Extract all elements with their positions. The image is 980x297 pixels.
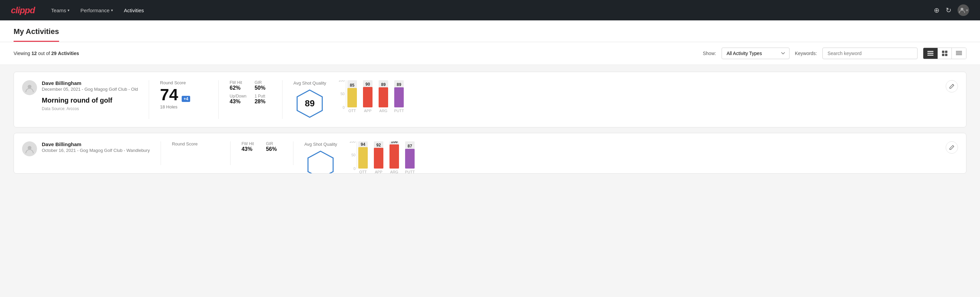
hexagon-container: 89 [293,88,326,119]
svg-text:50: 50 [340,92,344,96]
svg-text:PUTT: PUTT [405,170,415,174]
updown-block: Up/Down 43% [229,94,246,105]
show-label: Show: [703,51,716,56]
shot-quality-content: Avg Shot Quality [304,142,337,174]
page-title: My Activities [14,27,59,42]
svg-text:106: 106 [391,141,398,144]
viewing-text: Viewing 12 out of 29 Activities [14,51,697,56]
svg-text:0: 0 [353,166,356,171]
card-user-name: Dave Billingham [42,141,150,147]
svg-rect-11 [956,55,962,55]
svg-rect-5 [945,51,947,53]
user-avatar-nav[interactable]: ▾ [958,5,969,16]
card-user-info: Dave Billingham October 16, 2021 - Gog M… [22,141,150,156]
svg-rect-19 [347,88,357,107]
activities-list: Dave Billingham December 05, 2021 - Gog … [0,65,980,180]
divider-2 [218,80,219,119]
svg-text:PUTT: PUTT [394,109,404,113]
activity-type-select[interactable]: All Activity Types [722,48,789,59]
svg-text:100: 100 [338,80,344,82]
one-putt-block: 1 Putt 28% [255,94,271,105]
card-user-details: Dave Billingham October 16, 2021 - Gog M… [42,141,150,153]
shot-quality-section: Avg Shot Quality 89 100 50 0 85OTT90APP8… [293,80,935,119]
svg-rect-7 [945,54,947,56]
svg-rect-9 [956,52,962,53]
svg-rect-41 [358,147,368,169]
svg-text:87: 87 [407,144,412,148]
bar-chart: 100 50 0 94OTT92APP106ARG87PUTT [348,141,424,174]
stats-grid: FW Hit 62% GIR 50% Up/Down 43% 1 Putt 28… [229,80,271,105]
user-avatar [22,141,37,156]
keyword-input[interactable] [822,48,918,59]
refresh-icon[interactable]: ↻ [946,6,951,14]
shot-quality-section: Avg Shot Quality 100 50 0 94OTT92APP106A… [304,141,935,174]
round-score-section: Round Score 74 +4 18 Holes [160,80,207,109]
grid-view-button[interactable] [938,48,952,59]
compact-view-button[interactable] [952,48,966,59]
nav-right-actions: ⊕ ↻ ▾ [934,5,969,16]
round-score-label: Round Score [160,80,207,85]
svg-text:ARG: ARG [390,170,398,174]
bar-chart-svg: 100 50 0 94OTT92APP106ARG87PUTT [348,141,424,174]
add-icon[interactable]: ⊕ [934,6,940,14]
score-badge: +4 [182,96,191,102]
bar-chart-svg: 100 50 0 85OTT90APP89ARG89PUTT [337,80,413,118]
bar-chart: 100 50 0 85OTT90APP89ARG89PUTT [337,80,413,119]
svg-point-12 [28,85,32,89]
fw-hit-block: FW Hit 43% [242,141,258,152]
svg-text:85: 85 [350,83,355,88]
card-edit-button[interactable] [946,141,958,153]
nav-activities[interactable]: Activities [124,6,144,14]
svg-point-34 [28,146,32,150]
svg-text:OTT: OTT [359,170,367,174]
svg-marker-35 [308,151,333,174]
card-date: October 16, 2021 - Gog Magog Golf Club -… [42,148,150,153]
holes-value: 18 Holes [160,104,207,109]
navbar: clippd Teams ▾ Performance ▾ Activities … [0,0,980,21]
svg-rect-6 [942,54,944,56]
svg-text:89: 89 [381,82,386,87]
gir-block: GIR 50% [255,80,271,91]
svg-rect-2 [928,53,934,54]
hexagon: 89 [294,88,325,119]
svg-rect-45 [374,148,383,169]
divider-1 [161,141,161,165]
divider-2 [230,141,231,165]
card-user-details: Dave Billingham December 05, 2021 - Gog … [42,80,138,111]
keywords-label: Keywords: [795,51,817,56]
card-edit-button[interactable] [946,80,958,93]
teams-chevron-icon: ▾ [68,8,70,13]
activity-card: Dave Billingham October 16, 2021 - Gog M… [14,133,966,174]
nav-performance[interactable]: Performance ▾ [81,6,113,14]
svg-rect-4 [942,51,944,53]
stats-grid: FW Hit 43% GIR 56% [242,141,282,152]
svg-text:APP: APP [375,170,382,174]
gir-block: GIR 56% [266,141,282,152]
logo[interactable]: clippd [11,5,35,16]
divider-3 [293,141,293,165]
hexagon-svg [305,150,336,174]
shot-quality-content: Avg Shot Quality 89 [293,81,326,119]
svg-text:89: 89 [397,82,401,87]
svg-text:APP: APP [364,109,371,113]
card-title: Morning round of golf [42,96,138,104]
svg-rect-10 [956,53,962,54]
divider-3 [282,80,283,119]
hexagon-value: 89 [305,98,315,109]
card-user-info: Dave Billingham December 05, 2021 - Gog … [22,80,138,111]
card-user-name: Dave Billingham [42,80,138,86]
svg-text:90: 90 [365,82,370,87]
activity-card: Dave Billingham December 05, 2021 - Gog … [14,72,966,128]
performance-chevron-icon: ▾ [111,8,113,13]
svg-rect-49 [390,144,399,169]
round-score-label: Round Score [172,141,220,147]
svg-text:0: 0 [342,105,344,109]
fw-hit-block: FW Hit 62% [229,80,246,91]
svg-rect-31 [394,87,404,107]
user-avatar [22,80,37,95]
nav-teams[interactable]: Teams ▾ [51,6,70,14]
svg-rect-8 [956,51,962,52]
svg-text:OTT: OTT [348,109,356,113]
svg-rect-23 [363,87,372,107]
list-view-button[interactable] [923,48,938,59]
